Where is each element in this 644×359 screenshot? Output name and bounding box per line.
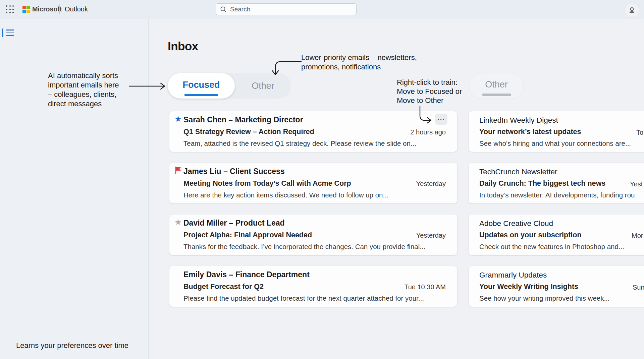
email-time: Mor (632, 232, 643, 240)
app-title: Outlook (65, 5, 88, 13)
app-launcher-icon[interactable] (5, 5, 15, 14)
hamburger-menu-icon[interactable] (6, 29, 14, 36)
email-preview: Please find the updated budget forecast … (183, 294, 424, 302)
tab-focused-label: Focused (182, 80, 220, 90)
tab-other-column[interactable]: Other (469, 73, 524, 99)
email-row-david-miller[interactable]: ★ David Miller – Product Lead Project Al… (169, 215, 457, 255)
email-sender: Sarah Chen – Marketing Director (183, 115, 303, 124)
tab-other-column-label: Other (485, 79, 508, 90)
tab-focused-active-indicator (184, 94, 218, 96)
email-sender: James Liu – Client Success (183, 167, 285, 176)
email-subject: Your Weekly Writing Insights (479, 283, 578, 291)
inbox-tab-group: Focused Other (168, 73, 291, 99)
email-row-emily-davis[interactable]: Emily Davis – Finance Department Budget … (169, 266, 457, 307)
email-time: Yesterday (416, 232, 446, 239)
email-subject: Q1 Strategy Review – Action Required (183, 128, 314, 136)
annotation-focused-note: AI automatically sorts important emails … (48, 71, 119, 109)
email-subject: Your network’s latest updates (479, 128, 581, 136)
flag-icon[interactable] (174, 166, 182, 175)
email-row-james-liu[interactable]: James Liu – Client Success Meeting Notes… (169, 163, 457, 203)
email-time: Yesterday (416, 180, 446, 188)
top-bar: Microsoft Outlook (0, 0, 644, 18)
left-rail: Learns your preferences over time (0, 19, 149, 359)
person-icon (628, 6, 636, 15)
microsoft-wordmark: Microsoft (32, 5, 62, 13)
annotation-train-note: Right-click to train: Move to Focused or… (397, 78, 462, 105)
star-icon[interactable]: ★ (174, 218, 182, 227)
email-row-sarah-chen[interactable]: ★ Sarah Chen – Marketing Director Q1 Str… (169, 111, 457, 152)
brand-divider (59, 4, 60, 14)
email-time: 2 hours ago (410, 128, 446, 136)
nav-accent-bar (2, 28, 3, 37)
email-preview: In today’s newsletter: AI developments, … (479, 191, 635, 199)
email-preview: Thanks for the feedback. I’ve incorporat… (183, 243, 425, 251)
email-subject: Meeting Notes from Today’s Call with Acm… (183, 179, 351, 188)
microsoft-logo-icon (22, 6, 30, 13)
email-time: Sun (633, 284, 644, 291)
tab-other-column-indicator (482, 94, 511, 96)
email-subject: Budget Forecast for Q2 (183, 283, 264, 291)
email-preview: See how your writing improved this week.… (479, 294, 610, 302)
search-input[interactable] (230, 6, 352, 13)
email-subject: Daily Crunch: The biggest tech news (479, 179, 605, 188)
search-icon (220, 6, 227, 13)
email-sender: Emily Davis – Finance Department (183, 270, 310, 279)
page-title: Inbox (168, 40, 198, 53)
email-preview: Check out the new features in Photoshop … (479, 243, 624, 251)
email-subject: Updates on your subscription (479, 231, 582, 239)
email-sender: David Miller – Product Lead (183, 219, 285, 228)
email-row-techcrunch[interactable]: TechCrunch Newsletter Daily Crunch: The … (469, 163, 644, 203)
tab-focused[interactable]: Focused (168, 73, 235, 99)
email-sender: LinkedIn Weekly Digest (479, 116, 558, 125)
footer-note: Learns your preferences over time (16, 341, 128, 350)
email-time: Tue 10:30 AM (404, 283, 446, 291)
email-preview: Here are the key action items discussed.… (183, 191, 389, 199)
email-sender: Adobe Creative Cloud (479, 219, 553, 228)
email-sender: Grammarly Updates (479, 271, 547, 280)
email-subject: Project Alpha: Final Approval Needed (183, 231, 312, 239)
email-time: To (636, 129, 643, 136)
email-row-adobe[interactable]: Adobe Creative Cloud Updates on your sub… (469, 215, 644, 255)
email-preview: Team, attached is the revised Q1 strateg… (183, 139, 416, 147)
tab-other[interactable]: Other (235, 73, 291, 99)
account-button[interactable] (625, 3, 639, 18)
more-options-icon[interactable]: ··· (435, 114, 447, 125)
email-row-linkedin[interactable]: LinkedIn Weekly Digest Your network’s la… (469, 111, 644, 152)
email-row-grammarly[interactable]: Grammarly Updates Your Weekly Writing In… (469, 266, 644, 307)
email-sender: TechCrunch Newsletter (479, 168, 557, 176)
search-bar[interactable] (216, 3, 357, 15)
email-time: Yest (630, 180, 643, 188)
annotation-other-note: Lower-priority emails – newsletters, pro… (301, 53, 417, 72)
email-preview: See who’s hiring and what your connectio… (479, 139, 631, 147)
star-icon[interactable]: ★ (174, 115, 182, 123)
